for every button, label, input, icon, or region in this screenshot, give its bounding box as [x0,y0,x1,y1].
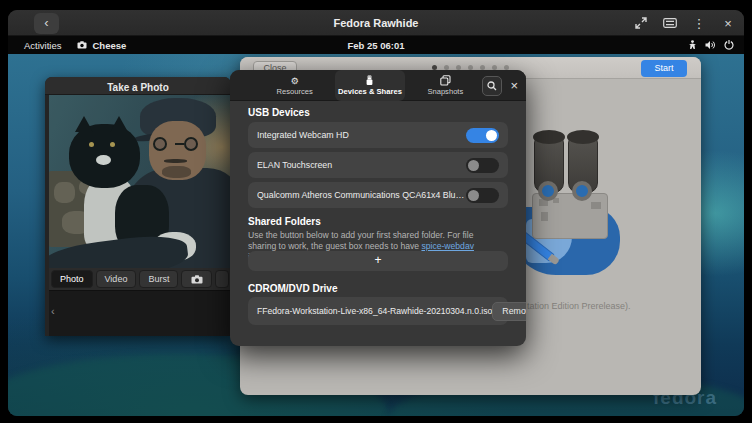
add-shared-folder-button[interactable]: + [248,251,508,271]
shared-folders-title: Shared Folders [248,216,508,227]
menu-button[interactable]: ⋮ [691,15,707,31]
fullscreen-button[interactable] [633,15,649,31]
keyboard-button[interactable] [662,15,678,31]
power-icon [724,40,734,50]
remove-iso-button[interactable]: Remove [492,302,526,321]
accessibility-icon [688,40,697,50]
webcam-tint [49,95,231,268]
iso-filename: FFedora-Workstation-Live-x86_64-Rawhide-… [257,306,492,316]
gear-icon: ⚙ [291,76,299,86]
guest-top-bar: Activities Cheese Feb 25 06:01 [8,36,744,54]
back-icon: ‹ [44,15,48,30]
toggle-elan-touchscreen[interactable] [466,158,499,173]
search-button[interactable] [482,76,502,96]
window-close-button[interactable]: × [720,15,736,31]
tab-devices-shares[interactable]: Devices & Shares [335,70,404,101]
tab-burst[interactable]: Burst [139,270,178,288]
box-properties-dialog: ⚙ Resources Devices & Shares [230,70,526,346]
volume-icon [705,40,716,50]
effects-button[interactable] [215,270,229,288]
cheese-title: Take a Photo [107,82,169,93]
cdrom-title: CDROM/DVD Drive [248,283,508,294]
binoculars-left-lens [538,181,558,201]
webcam-preview [49,95,231,268]
layers-icon [440,75,451,86]
toggle-integrated-webcam[interactable] [466,128,499,143]
usb-devices-title: USB Devices [248,107,508,118]
kebab-menu-icon: ⋮ [693,16,706,31]
tab-snapshots[interactable]: Snapshots [411,70,480,101]
guest-display: fedora Close Start [8,54,744,416]
tour-caption: tation Edition Prerelease). [527,301,631,311]
usb-device-row: Integrated Webcam HD [248,122,508,148]
binoculars-right-lens [572,181,592,201]
take-photo-button[interactable] [181,270,212,288]
back-button[interactable]: ‹ [34,13,59,34]
usb-icon [365,75,374,86]
gallery-prev-icon[interactable]: ‹ [51,305,55,317]
toggle-bluetooth[interactable] [466,188,499,203]
dialog-header: ⚙ Resources Devices & Shares [230,70,526,101]
tab-resources[interactable]: ⚙ Resources [260,70,329,101]
spice-webdav-link[interactable]: spice-webdav [421,241,474,251]
photo-gallery-strip: ‹ [49,290,231,336]
camera-shutter-icon [191,275,203,284]
tab-video[interactable]: Video [96,270,137,288]
usb-device-row: ELAN Touchscreen [248,152,508,178]
dialog-close-button[interactable]: × [510,79,518,92]
window-titlebar: ‹ Fedora Rawhide ⋮ × [8,10,744,36]
keyboard-icon [663,18,677,28]
usb-device-row: Qualcomm Atheros Communications QCA61x4 … [248,182,508,208]
fullscreen-icon [635,17,647,29]
search-icon [487,81,497,91]
cheese-window: Take a Photo [45,77,231,336]
tab-photo[interactable]: Photo [51,270,93,288]
cheese-controls: Photo Video Burst [49,268,231,290]
close-icon: × [724,16,732,31]
clock[interactable]: Feb 25 06:01 [8,40,744,51]
boxes-vm-window: ‹ Fedora Rawhide ⋮ × [8,10,744,416]
cheese-titlebar: Take a Photo [45,77,231,95]
tour-start-button[interactable]: Start [641,60,687,77]
cdrom-row: FFedora-Workstation-Live-x86_64-Rawhide-… [248,297,508,325]
system-status-area[interactable] [688,40,734,50]
